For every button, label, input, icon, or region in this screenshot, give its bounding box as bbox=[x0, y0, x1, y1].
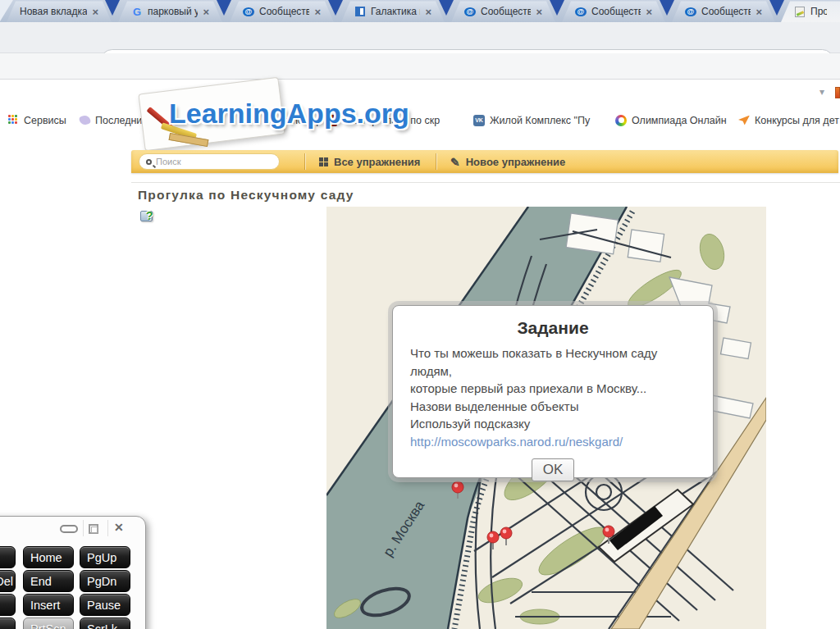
dialog-title: Задание bbox=[393, 318, 713, 338]
nav-new-exercise[interactable]: ✎ Новое упражнение bbox=[450, 155, 565, 169]
key-insert[interactable]: Insert bbox=[23, 594, 74, 616]
key-home[interactable]: Home bbox=[23, 546, 74, 568]
tab-title: Прогул bbox=[810, 6, 827, 17]
content-divider bbox=[131, 182, 840, 183]
close-icon[interactable]: ✕ bbox=[114, 521, 124, 534]
mailru-favicon-icon: @ bbox=[575, 7, 587, 16]
tab-new-tab[interactable]: Новая вкладка × bbox=[7, 0, 112, 22]
key-pgdn[interactable]: PgDn bbox=[80, 570, 130, 592]
tab-title: Сообществ bbox=[591, 6, 641, 17]
nav-all-exercises[interactable]: Все упражнения bbox=[319, 155, 420, 169]
mailru-favicon-icon: @ bbox=[243, 7, 254, 16]
tab-close-icon[interactable]: × bbox=[756, 7, 762, 17]
tab-separator bbox=[328, 0, 343, 16]
exercises-grid-icon bbox=[319, 157, 328, 166]
learningapps-favicon-icon bbox=[795, 7, 805, 17]
bookmark-label: Олимпиада Онлайн bbox=[632, 115, 727, 126]
bookmarks-bar: Сервисы Последний звонок в m Мастер-клас… bbox=[0, 53, 840, 80]
tab-close-icon[interactable]: × bbox=[425, 7, 431, 17]
tab-progulka-active[interactable]: Прогул bbox=[781, 0, 840, 22]
nav-label: Все упражнения bbox=[334, 156, 420, 168]
bookmark-zhiloy-kompleks[interactable]: VK Жилой Комплекс "Пу bbox=[473, 113, 590, 127]
key-partial[interactable] bbox=[0, 546, 16, 568]
tab-soobschestva-3[interactable]: @ Сообществ × bbox=[562, 0, 665, 22]
task-dialog: Задание Что ты можешь показать в Нескучн… bbox=[392, 305, 714, 478]
titlebar-divider bbox=[107, 520, 108, 536]
tab-close-icon[interactable]: × bbox=[536, 7, 542, 17]
tab-soobschestva-2[interactable]: @ Сообщества × bbox=[451, 0, 555, 22]
key-end[interactable]: End bbox=[23, 570, 74, 592]
tab-title: Сообществ bbox=[259, 6, 309, 17]
dialog-text-line: Используй подсказку bbox=[410, 415, 696, 433]
search-icon bbox=[146, 159, 152, 165]
mailru-favicon-icon: @ bbox=[464, 7, 476, 16]
tab-galaktika[interactable]: Галактика п × bbox=[341, 0, 445, 22]
key-del-partial[interactable]: Del bbox=[0, 570, 16, 592]
language-dropdown-arrow-icon[interactable]: ▾ bbox=[819, 86, 824, 98]
browser-toolbar: ← → ↻ ⌂ ⓘ https://learningapps.org/51494 bbox=[0, 22, 840, 53]
tab-separator bbox=[660, 0, 674, 16]
bookmark-olimpiada-online[interactable]: Олимпиада Онлайн bbox=[615, 113, 727, 127]
bookmark-label: Сервисы bbox=[24, 115, 66, 126]
tab-title: Сообществ bbox=[701, 6, 751, 17]
dialog-text-line: которые первый раз приехали в Москву... bbox=[410, 380, 696, 398]
navbar-divider bbox=[304, 153, 305, 170]
learningapps-logo[interactable]: LearningApps.org bbox=[169, 98, 409, 130]
tab-separator bbox=[439, 0, 454, 16]
nav-label: Новое упражнение bbox=[466, 156, 566, 168]
mailru-favicon-icon: @ bbox=[685, 7, 696, 16]
paper-plane-icon bbox=[738, 116, 750, 125]
hint-link[interactable]: http://moscowparks.narod.ru/neskgard/ bbox=[410, 435, 623, 449]
bookmark-services[interactable]: Сервисы bbox=[8, 113, 66, 127]
tab-close-icon[interactable]: × bbox=[92, 7, 98, 17]
tab-soobschestva-4[interactable]: @ Сообществ × bbox=[672, 0, 775, 22]
key-partial[interactable] bbox=[0, 618, 16, 629]
tab-soobschestva-1[interactable]: @ Сообществ × bbox=[230, 0, 334, 22]
tab-title: Галактика п bbox=[371, 6, 420, 17]
butterfly-icon bbox=[79, 115, 91, 126]
key-partial[interactable] bbox=[0, 594, 16, 616]
dialog-text-line: Назови выделенные объекты bbox=[410, 398, 696, 416]
key-pgup[interactable]: PgUp bbox=[80, 546, 130, 568]
tab-close-icon[interactable]: × bbox=[203, 7, 209, 17]
bookmark-konkursy[interactable]: Конкурсы для дет bbox=[738, 113, 839, 127]
exercise-title: Прогулка по Нескучному саду bbox=[138, 188, 354, 203]
search-placeholder: Поиск bbox=[156, 157, 180, 166]
galaktika-favicon-icon bbox=[355, 7, 365, 16]
key-scrlk[interactable]: ScrLk bbox=[80, 618, 130, 629]
pencil-icon: ✎ bbox=[450, 156, 460, 169]
language-flag-icon[interactable] bbox=[835, 87, 840, 98]
bookmark-label: Жилой Комплекс "Пу bbox=[490, 115, 590, 126]
apps-grid-icon bbox=[8, 115, 19, 125]
key-prtscn[interactable]: PrtScn bbox=[23, 618, 74, 629]
on-screen-keyboard[interactable]: ✕ Home PgUp Del End PgDn Insert Pause Pr… bbox=[0, 516, 146, 629]
tab-separator bbox=[217, 0, 231, 16]
dialog-text-line: Что ты можешь показать в Нескучном саду … bbox=[410, 344, 696, 380]
navbar-divider bbox=[436, 153, 436, 170]
key-pause[interactable]: Pause bbox=[80, 594, 130, 616]
tab-strip: Новая вкладка × G парковый у × @ Сообщес… bbox=[0, 0, 840, 22]
tab-close-icon[interactable]: × bbox=[314, 7, 321, 17]
tab-google-search[interactable]: G парковый у × bbox=[118, 0, 222, 22]
restore-icon[interactable] bbox=[89, 524, 98, 534]
minimize-icon[interactable] bbox=[60, 525, 78, 533]
tab-separator bbox=[769, 0, 784, 16]
hint-question-icon[interactable]: ? bbox=[146, 209, 153, 222]
titlebar-divider bbox=[83, 520, 84, 536]
tab-separator bbox=[105, 0, 120, 16]
bookmark-label: Конкурсы для дет bbox=[755, 115, 839, 126]
tab-close-icon[interactable]: × bbox=[646, 7, 652, 17]
wreath-icon bbox=[615, 115, 627, 126]
tab-separator bbox=[550, 0, 564, 16]
tab-title: парковый у bbox=[148, 6, 198, 17]
ok-button[interactable]: OK bbox=[532, 458, 575, 481]
tab-title: Сообщества bbox=[481, 6, 531, 17]
tab-title: Новая вкладка bbox=[20, 6, 87, 17]
site-search[interactable]: Поиск bbox=[139, 153, 280, 170]
google-favicon-icon: G bbox=[131, 6, 143, 17]
vk-icon: VK bbox=[473, 115, 485, 126]
